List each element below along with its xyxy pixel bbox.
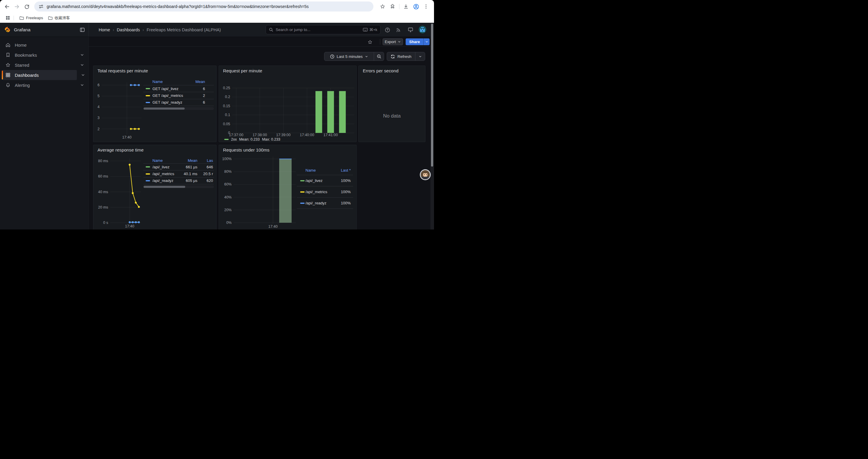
- svg-text:17:40: 17:40: [122, 135, 131, 139]
- legend-mean-value: 605 µs: [180, 178, 197, 183]
- series-color-pill: [146, 95, 150, 96]
- legend-row[interactable]: /api/_livez 100%: [297, 175, 353, 186]
- zoom-out-icon[interactable]: [374, 52, 384, 61]
- svg-text:2: 2: [97, 127, 99, 131]
- bell-icon: [5, 83, 11, 88]
- brand-name[interactable]: Grafana: [14, 27, 30, 32]
- legend-header-name[interactable]: Name: [152, 79, 186, 84]
- site-controls-icon[interactable]: [38, 4, 44, 9]
- breadcrumb-dashboards[interactable]: Dashboards: [117, 28, 140, 32]
- forward-icon[interactable]: [12, 1, 22, 11]
- page-scrollbar: [430, 23, 434, 230]
- legend-series-name: /api/_livez: [152, 165, 180, 169]
- legend-row[interactable]: /api/_metrics 40.1 ms 20.5 r: [143, 170, 214, 177]
- dock-sidebar-icon[interactable]: [80, 28, 85, 32]
- legend-header-last[interactable]: Last *: [338, 168, 353, 172]
- svg-text:80%: 80%: [224, 169, 231, 174]
- chevron-down-icon[interactable]: [80, 83, 84, 87]
- back-icon[interactable]: [2, 1, 12, 11]
- legend-last-value: 646: [197, 165, 214, 169]
- legend-header-name[interactable]: Name: [306, 168, 338, 172]
- bookmark-folder-freeleaps[interactable]: Freeleaps: [17, 14, 45, 22]
- scrollbar-thumb[interactable]: [431, 24, 433, 167]
- series-color-pill: [224, 139, 229, 140]
- search-input[interactable]: Search or jump to... ⌘+k: [266, 25, 380, 34]
- legend-max-stat: Max: 0.233: [262, 137, 280, 141]
- reload-icon[interactable]: [22, 1, 32, 11]
- svg-text:60 ms: 60 ms: [98, 174, 108, 178]
- legend-inline[interactable]: 2xx Mean: 0.233 Max: 0.233: [224, 137, 280, 141]
- keyboard-icon: [363, 28, 368, 32]
- legend-header-last[interactable]: Las: [197, 158, 214, 163]
- legend-row[interactable]: GET /api/_livez 6: [143, 85, 214, 92]
- export-button[interactable]: Export: [382, 38, 403, 45]
- legend-header-mean[interactable]: Mean: [186, 79, 205, 84]
- browser-actions: [378, 1, 434, 11]
- legend-scrollbar[interactable]: [143, 107, 214, 110]
- user-avatar[interactable]: [418, 26, 426, 33]
- refresh-button[interactable]: Refresh: [387, 52, 425, 61]
- request-per-minute-chart[interactable]: 00.050.10.150.20.2517:37:0017:38:0017:39…: [219, 66, 356, 142]
- sidebar-item-label: Starred: [15, 63, 29, 68]
- address-bar[interactable]: grafana.mathmast.com/d/deytv4rwavabkb/fr…: [34, 1, 373, 11]
- sidebar-item-dashboards[interactable]: Dashboards: [2, 70, 77, 80]
- assistant-avatar-image: [421, 170, 430, 179]
- breadcrumb-home[interactable]: Home: [99, 28, 110, 32]
- share-caret-icon[interactable]: [423, 38, 430, 45]
- chevron-down-icon[interactable]: [81, 73, 85, 77]
- svg-text:20 ms: 20 ms: [98, 205, 108, 209]
- svg-text:17:38:00: 17:38:00: [253, 133, 267, 137]
- legend-series-name: GET /api/_readyz: [152, 100, 186, 104]
- grafana-app: Grafana Home › Dashboards › Freeleaps Me…: [0, 23, 434, 230]
- floating-assistant-avatar[interactable]: [420, 169, 431, 180]
- extensions-icon[interactable]: [388, 1, 398, 11]
- sidebar-item-starred[interactable]: Starred: [2, 60, 86, 70]
- no-data-message: No data: [359, 113, 425, 119]
- apps-grid-icon[interactable]: [4, 14, 12, 22]
- sidebar-item-alerting[interactable]: Alerting: [2, 80, 86, 90]
- profile-icon[interactable]: [411, 1, 421, 11]
- download-icon[interactable]: [401, 1, 411, 11]
- chevron-down-icon[interactable]: [80, 63, 84, 67]
- monitor-icon[interactable]: [407, 27, 414, 33]
- legend-scrollbar[interactable]: [143, 186, 214, 188]
- legend-row[interactable]: GET /api/_metrics 2: [143, 92, 214, 99]
- home-icon: [5, 42, 11, 47]
- menu-icon[interactable]: [421, 1, 431, 11]
- legend-row[interactable]: /api/_readyz 605 µs 620: [143, 177, 214, 184]
- legend-last-value: 100%: [338, 190, 353, 194]
- legend-row[interactable]: /api/_readyz 100%: [297, 198, 353, 209]
- legend-row[interactable]: /api/_metrics 100%: [297, 186, 353, 198]
- svg-text:5: 5: [97, 94, 99, 98]
- svg-text:80 ms: 80 ms: [98, 159, 108, 163]
- legend-header-mean[interactable]: Mean: [180, 158, 197, 163]
- help-icon[interactable]: [384, 27, 391, 33]
- url-text[interactable]: grafana.mathmast.com/d/deytv4rwavabkb/fr…: [47, 4, 309, 9]
- refresh-label: Refresh: [397, 54, 411, 59]
- bookmark-star-icon[interactable]: [378, 1, 388, 11]
- share-button[interactable]: Share: [406, 38, 430, 45]
- legend-row[interactable]: /api/_livez 661 µs 646: [143, 164, 214, 170]
- browser-window: grafana.mathmast.com/d/deytv4rwavabkb/fr…: [0, 0, 434, 230]
- sidebar-item-home[interactable]: Home: [2, 40, 86, 50]
- legend-header-name[interactable]: Name: [152, 158, 180, 163]
- svg-text:3: 3: [97, 116, 99, 120]
- legend-mean-value: 661 µs: [180, 165, 197, 169]
- legend-row[interactable]: GET /api/_readyz 6: [143, 99, 214, 106]
- legend-last-value: 100%: [338, 201, 353, 205]
- favorite-star-icon[interactable]: [366, 38, 373, 45]
- legend-series-name: 2xx: [231, 137, 237, 141]
- news-feed-icon[interactable]: [395, 27, 402, 33]
- legend-mean-value: 40.1 ms: [180, 172, 197, 176]
- svg-text:40 ms: 40 ms: [98, 190, 108, 194]
- refresh-interval-caret-icon[interactable]: [415, 52, 425, 61]
- bookmark-folder-blogs[interactable]: 收藏博客: [45, 14, 72, 22]
- svg-text:20%: 20%: [224, 208, 231, 212]
- grafana-logo-icon[interactable]: [4, 26, 11, 33]
- svg-text:0.25: 0.25: [223, 86, 230, 90]
- active-indicator: [2, 71, 3, 79]
- time-range-picker[interactable]: Last 5 minutes: [324, 52, 384, 61]
- series-color-pill: [146, 88, 150, 89]
- legend-series-name: /api/_metrics: [152, 172, 180, 176]
- panel-title[interactable]: Errors per second: [363, 68, 399, 73]
